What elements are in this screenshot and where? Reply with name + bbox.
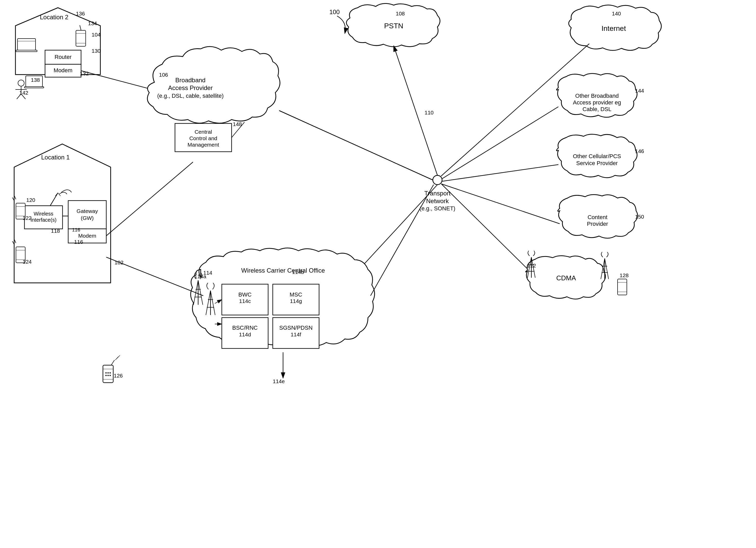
svg-line-95 xyxy=(371,185,434,296)
ref-118: 118 xyxy=(51,228,60,234)
svg-rect-5 xyxy=(17,39,36,50)
svg-rect-22 xyxy=(68,201,106,229)
svg-point-85 xyxy=(108,375,109,376)
ref-132: 132 xyxy=(80,71,89,76)
wireless-carrier-label: Wireless Carrier Central Office xyxy=(241,267,325,274)
svg-line-47 xyxy=(442,165,558,181)
pstn-label: PSTN xyxy=(384,22,403,30)
svg-line-11 xyxy=(80,25,81,30)
ref-108: 108 xyxy=(396,11,405,16)
svg-rect-6 xyxy=(16,50,37,52)
content-provider-label1: Content xyxy=(587,214,607,221)
bwc-label: BWC xyxy=(238,291,251,298)
ref-120: 120 xyxy=(26,197,35,203)
gateway-label: Gateway xyxy=(77,208,98,214)
svg-line-46 xyxy=(442,107,558,179)
other-broadband-label2: Access provider eg xyxy=(573,99,621,106)
broadband-label1: Broadband xyxy=(175,77,205,84)
ref-114a: 114a xyxy=(194,274,206,279)
ref-110: 110 xyxy=(425,110,434,116)
ref-150: 150 xyxy=(635,214,644,220)
svg-line-39 xyxy=(106,162,193,236)
broadband-label2: Access Provider xyxy=(168,84,213,91)
transport-label2: Network xyxy=(426,198,449,205)
ref-148: 148 xyxy=(233,121,242,127)
bsc-rnc-ref: 114d xyxy=(239,331,251,337)
msc-ref: 114g xyxy=(290,298,302,304)
ref-106: 106 xyxy=(159,72,168,78)
ref-116: 116 xyxy=(72,227,80,233)
ref-112: 112 xyxy=(527,263,536,269)
ref-126: 126 xyxy=(114,373,123,378)
svg-point-82 xyxy=(108,372,109,374)
modem-loc1-label: Modem xyxy=(78,233,96,239)
svg-line-96 xyxy=(279,111,433,180)
ref-130: 130 xyxy=(92,48,101,54)
svg-point-86 xyxy=(110,375,111,376)
transport-label1: Transport xyxy=(424,190,451,197)
location2-label: Location 2 xyxy=(40,14,68,21)
location1-label: Location 1 xyxy=(41,154,70,161)
ref-122: 122 xyxy=(23,215,32,221)
ref-140: 140 xyxy=(612,11,621,16)
central-control-label1: Central xyxy=(195,129,212,135)
other-broadband-label1: Other Broadband xyxy=(575,93,619,99)
svg-point-12 xyxy=(18,80,24,86)
ref-138: 138 xyxy=(31,77,40,83)
bwc-ref: 114c xyxy=(239,298,251,304)
ref-124: 124 xyxy=(23,259,32,265)
ref-104: 104 xyxy=(92,32,101,38)
svg-line-87 xyxy=(111,360,115,365)
svg-line-37 xyxy=(14,240,16,243)
ref-144: 144 xyxy=(635,88,644,94)
svg-point-81 xyxy=(106,372,107,374)
svg-point-84 xyxy=(106,375,107,376)
sgsn-pdsn-label: SGSN/PDSN xyxy=(279,324,313,331)
svg-point-83 xyxy=(110,372,111,374)
ref-128: 128 xyxy=(620,272,629,278)
transport-label3: (e.g., SONET) xyxy=(419,205,455,212)
other-broadband-label3: Cable, DSL xyxy=(583,106,612,112)
ref-136: 136 xyxy=(76,11,85,16)
wireless-interfaces-label2: Interface(s) xyxy=(30,217,56,223)
bsc-rnc-label: BSC/RNC xyxy=(232,324,258,331)
sgsn-pdsn-ref: 114f xyxy=(291,331,301,337)
gateway-gw-label: (GW) xyxy=(81,215,94,221)
internet-label: Internet xyxy=(602,24,626,32)
svg-line-89 xyxy=(117,355,120,359)
router-label: Router xyxy=(55,54,72,60)
ref-114e: 114e xyxy=(273,378,285,384)
main-diagram: Location 2 Router Modem xyxy=(0,0,756,548)
ref-100: 100 xyxy=(329,8,340,15)
svg-line-48 xyxy=(441,184,560,224)
svg-line-25 xyxy=(50,193,58,206)
central-control-label3: Management xyxy=(188,142,219,148)
svg-line-32 xyxy=(14,196,16,199)
svg-line-94 xyxy=(106,257,203,296)
svg-line-50 xyxy=(441,184,542,283)
ref-114b: 114b xyxy=(292,269,304,275)
central-control-label2: Control and xyxy=(189,135,217,141)
ref-142: 142 xyxy=(19,90,28,96)
ref-134: 134 xyxy=(88,20,97,26)
svg-point-42 xyxy=(433,175,442,185)
diagram-container: Location 2 Router Modem xyxy=(0,0,756,548)
wireless-interfaces-label: Wireless xyxy=(34,211,54,217)
svg-rect-61 xyxy=(618,279,627,295)
modem-loc2-label: Modem xyxy=(54,67,72,74)
ref-116-loc: 116 xyxy=(74,239,83,245)
svg-rect-18 xyxy=(24,87,44,88)
other-cellular-label1: Other Cellular/PCS xyxy=(573,153,621,160)
ref-146: 146 xyxy=(635,148,644,154)
svg-rect-78 xyxy=(103,365,113,383)
broadband-label3: (e.g., DSL, cable, satellite) xyxy=(157,93,224,99)
other-cellular-label2: Service Provider xyxy=(576,160,618,166)
svg-rect-8 xyxy=(76,30,86,46)
content-provider-label2: Provider xyxy=(587,221,608,227)
msc-label: MSC xyxy=(290,291,302,298)
cdma-label: CDMA xyxy=(556,274,576,282)
